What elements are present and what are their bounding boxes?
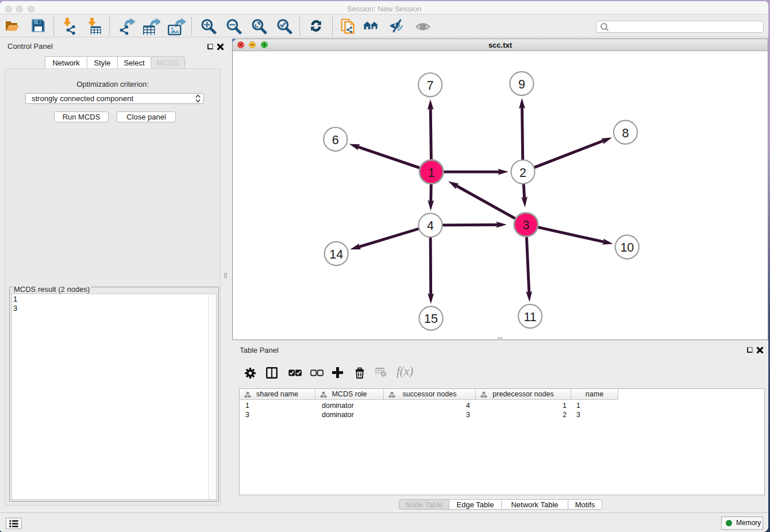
svg-text:8: 8 bbox=[622, 126, 629, 140]
svg-text:3: 3 bbox=[522, 218, 529, 232]
svg-text:2: 2 bbox=[519, 166, 526, 180]
svg-text:7: 7 bbox=[427, 79, 434, 92]
svg-text:6: 6 bbox=[332, 133, 339, 147]
svg-text:14: 14 bbox=[329, 248, 343, 261]
svg-text:9: 9 bbox=[518, 78, 525, 91]
svg-text:f(x): f(x) bbox=[396, 365, 413, 378]
svg-text:11: 11 bbox=[523, 310, 536, 324]
svg-text:1: 1 bbox=[428, 166, 435, 180]
svg-text:4: 4 bbox=[427, 219, 434, 233]
svg-text:15: 15 bbox=[424, 312, 438, 326]
svg-text:10: 10 bbox=[620, 241, 634, 255]
